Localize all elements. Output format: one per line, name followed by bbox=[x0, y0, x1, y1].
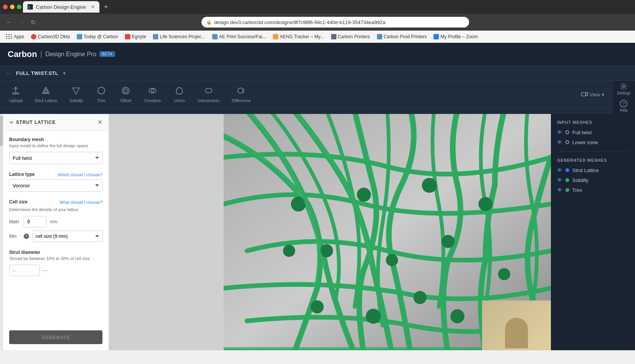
cell-size-label: Cell size bbox=[9, 199, 28, 205]
lower-zone-visibility-icon[interactable]: 👁 bbox=[557, 139, 562, 145]
sidebar-scrollbar[interactable] bbox=[0, 114, 3, 350]
bookmark-carbon-printers[interactable]: Carbon Printers bbox=[328, 33, 373, 41]
minimize-window-button[interactable] bbox=[10, 5, 15, 9]
browser-tab[interactable]: C Carbon Design Engine ✕ bbox=[23, 1, 99, 13]
union-label: Union bbox=[174, 98, 185, 103]
lattice-type-link[interactable]: Which should I choose? bbox=[58, 172, 102, 177]
tab-close-button[interactable]: ✕ bbox=[91, 4, 95, 10]
bookmark-apps-label: Apps bbox=[14, 34, 24, 39]
strut-diameter-input[interactable] bbox=[9, 265, 40, 276]
bookmark-aeng-tracker[interactable]: AENG Tracker – My... bbox=[270, 33, 327, 41]
bookmark-carbon3d-okta[interactable]: Carbon3D Okta bbox=[28, 33, 73, 41]
collapse-icon[interactable] bbox=[9, 120, 14, 125]
bookmark-my-profile-zoom[interactable]: My Profile – Zoom bbox=[430, 33, 481, 41]
forward-button[interactable]: → bbox=[17, 17, 26, 27]
apps-grid-icon bbox=[6, 34, 12, 39]
trim-visibility-icon[interactable]: 👁 bbox=[557, 187, 562, 193]
bookmark-carbon-prod-printers[interactable]: Carbon Prod Printers bbox=[374, 33, 430, 41]
full-twist-color-dot bbox=[565, 130, 569, 134]
cell-size-link[interactable]: What should I choose? bbox=[60, 200, 102, 205]
left-sidebar: STRUT LATTICE ✕ Boundary mesh Input mode… bbox=[0, 114, 109, 350]
lower-zone-mesh-label: Lower zone bbox=[572, 140, 598, 145]
app-logo-text: Carbon bbox=[8, 49, 37, 59]
bookmark-ae-print[interactable]: AE Print Success/Fai... bbox=[209, 33, 269, 41]
strut-lattice-visibility-icon[interactable]: 👁 bbox=[557, 167, 562, 173]
bookmark-egnyte-label: Egnyte bbox=[132, 34, 146, 39]
svg-point-23 bbox=[357, 188, 371, 202]
back-button[interactable]: ← bbox=[6, 70, 11, 76]
mesh-item-trim: 👁 Trim bbox=[557, 187, 629, 193]
sidebar-scroll: STRUT LATTICE ✕ Boundary mesh Input mode… bbox=[0, 114, 109, 350]
solidify-color-dot bbox=[565, 178, 569, 182]
app-logo-divider: | bbox=[40, 50, 42, 58]
union-icon bbox=[175, 86, 184, 97]
lattice-type-select[interactable]: Voronoi bbox=[9, 179, 102, 192]
combine-tool-button[interactable]: Combine bbox=[138, 83, 167, 106]
svg-point-26 bbox=[442, 235, 455, 248]
back-button[interactable]: ← bbox=[5, 17, 14, 27]
boundary-mesh-select[interactable]: Full twist bbox=[9, 152, 102, 164]
full-twist-visibility-icon[interactable]: 👁 bbox=[557, 129, 562, 135]
strut-diameter-label: Strut diameter bbox=[9, 250, 102, 255]
difference-tool-button[interactable]: Difference bbox=[226, 83, 257, 106]
strut-diameter-unit: --- bbox=[43, 268, 47, 273]
bookmark-egnyte[interactable]: Egnyte bbox=[122, 33, 149, 41]
zoom-favicon bbox=[434, 34, 439, 39]
egnyte-favicon bbox=[125, 34, 130, 39]
carbon-printers-favicon bbox=[331, 34, 336, 39]
video-content bbox=[482, 301, 551, 350]
sidebar-panel-title: STRUT LATTICE bbox=[9, 120, 56, 125]
offset-tool-button[interactable]: Offset bbox=[114, 83, 138, 106]
lower-zone-color-dot bbox=[565, 140, 569, 144]
life-sciences-favicon bbox=[153, 34, 158, 39]
svg-point-31 bbox=[413, 291, 426, 304]
upload-tool-button[interactable]: Upload bbox=[3, 83, 29, 106]
sidebar-scrollbar-thumb[interactable] bbox=[0, 115, 3, 146]
bookmark-life-sciences[interactable]: Life Sciences Projec... bbox=[150, 33, 208, 41]
union-tool-button[interactable]: Union bbox=[167, 83, 192, 106]
trim-tool-button[interactable]: Trim bbox=[89, 83, 114, 106]
solidify-icon bbox=[72, 86, 80, 97]
offset-label: Offset bbox=[120, 98, 131, 103]
fullscreen-window-button[interactable] bbox=[17, 5, 21, 9]
carbon-prod-printers-favicon bbox=[377, 34, 382, 39]
secure-icon: 🔒 bbox=[206, 20, 212, 25]
address-bar[interactable]: 🔒 design.dev3.carbon3d.com/designs/9f7c9… bbox=[201, 17, 469, 28]
min-cell-size-select[interactable]: cell size (9 mm) bbox=[32, 231, 102, 242]
sidebar-close-button[interactable]: ✕ bbox=[97, 119, 102, 126]
new-tab-button[interactable]: + bbox=[101, 2, 111, 13]
intersection-tool-button[interactable]: Intersection bbox=[192, 83, 226, 106]
full-twist-mesh-label: Full twist bbox=[572, 130, 592, 135]
cell-size-title-row: Cell size What should I choose? bbox=[9, 199, 102, 205]
sidebar-scroll-content: STRUT LATTICE ✕ Boundary mesh Input mode… bbox=[3, 114, 109, 350]
file-bar: ← FULL TWIST.STL ▾ bbox=[0, 66, 635, 81]
toolbar-row: Upload Strut Lattice Solidify bbox=[0, 81, 635, 114]
strut-lattice-icon bbox=[42, 86, 50, 97]
settings-button[interactable]: Settings bbox=[615, 81, 632, 97]
file-dropdown-button[interactable]: ▾ bbox=[63, 70, 66, 76]
reload-button[interactable]: ↻ bbox=[29, 17, 37, 28]
solidify-visibility-icon[interactable]: 👁 bbox=[557, 177, 562, 183]
bookmark-today-carbon[interactable]: Today @ Carbon bbox=[74, 33, 121, 41]
generate-button[interactable]: GENERATE bbox=[9, 330, 102, 344]
min-label: Min bbox=[9, 234, 21, 239]
app-header: Carbon | Design Engine Pro BETA bbox=[0, 43, 635, 66]
strut-diameter-desc: Should be between 10% to 30% of cell siz… bbox=[9, 256, 102, 262]
mesh-item-solidify: 👁 Solidify bbox=[557, 177, 629, 183]
strut-diameter-field: Strut diameter Should be between 10% to … bbox=[9, 250, 102, 276]
help-button[interactable]: ? Help bbox=[618, 98, 629, 114]
bookmark-apps[interactable]: Apps bbox=[3, 33, 27, 41]
today-carbon-favicon bbox=[77, 34, 82, 39]
ae-print-favicon bbox=[212, 34, 218, 39]
min-info-icon[interactable]: ? bbox=[24, 234, 29, 239]
strut-lattice-tool-button[interactable]: Strut Lattice bbox=[29, 83, 63, 106]
main-cell-size-input[interactable] bbox=[24, 216, 47, 227]
view-button[interactable]: View ▾ bbox=[577, 88, 609, 101]
mesh-item-full-twist: 👁 Full twist bbox=[557, 129, 629, 135]
settings-icon bbox=[620, 83, 627, 90]
canvas-3d-viewport[interactable]: Z X bbox=[224, 114, 551, 350]
solidify-tool-button[interactable]: Solidify bbox=[63, 83, 89, 106]
browser-tab-bar: C Carbon Design Engine ✕ + bbox=[0, 0, 635, 14]
svg-point-29 bbox=[310, 301, 323, 314]
close-window-button[interactable] bbox=[3, 5, 8, 9]
